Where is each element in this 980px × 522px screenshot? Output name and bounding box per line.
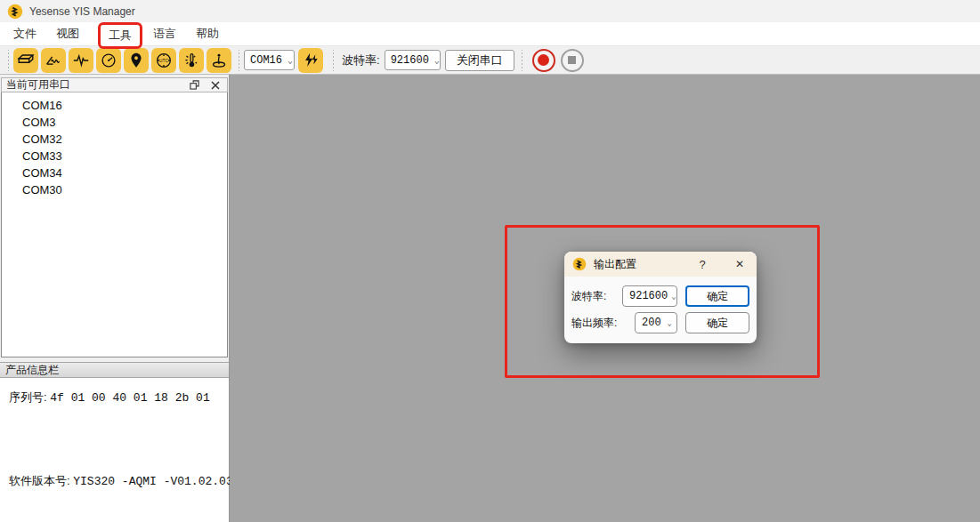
attitude-angle-button[interactable]: [41, 48, 66, 73]
close-serial-button[interactable]: 关闭串口: [445, 50, 514, 71]
port-list-item[interactable]: COM34: [2, 165, 227, 181]
temperature-button[interactable]: [179, 48, 204, 73]
port-list-item[interactable]: COM16: [2, 97, 227, 114]
gnss-button[interactable]: [124, 48, 149, 73]
menu-view[interactable]: 视图: [52, 23, 84, 44]
serial-number-value: 4f 01 00 40 01 18 2b 01: [50, 391, 209, 405]
baud-rate-select[interactable]: 921600 ⌄: [385, 50, 441, 70]
workspace: 输出配置 ? ✕ 波特率: 921600 ⌄ 确定 输出频率:: [230, 75, 980, 522]
confirm-rate-button[interactable]: 确定: [685, 312, 749, 333]
serial-number-row: 序列号: 4f 01 00 40 01 18 2b 01: [9, 389, 229, 406]
dialog-rate-value: 200: [642, 317, 661, 329]
chevron-down-icon: ⌄: [282, 55, 293, 66]
chevron-down-icon: ⌄: [668, 292, 676, 301]
app-logo-icon: [7, 4, 23, 20]
utc-time-button[interactable]: UTC: [151, 48, 176, 73]
output-rate-row: 输出频率: 200 ⌄ 确定: [571, 312, 749, 333]
close-panel-button[interactable]: [208, 79, 223, 92]
3d-box-icon: [16, 51, 36, 70]
refresh-ports-button[interactable]: [298, 48, 323, 73]
float-panel-button[interactable]: [187, 79, 201, 92]
baud-rate-value: 921600: [391, 54, 429, 67]
dialog-body: 波特率: 921600 ⌄ 确定 输出频率: 200 ⌄ 确定: [564, 277, 757, 343]
port-list: COM16 COM3 COM32 COM33 COM34 COM30: [1, 92, 228, 357]
port-list-item[interactable]: COM3: [2, 114, 227, 131]
gauge-button[interactable]: [96, 48, 121, 73]
double-lightning-icon: [301, 51, 320, 70]
dialog-rate-select[interactable]: 200 ⌄: [635, 312, 677, 333]
baud-rate-row: 波特率: 921600 ⌄ 确定: [571, 285, 749, 307]
product-info-body: 序列号: 4f 01 00 40 01 18 2b 01 软件版本号: YIS3…: [0, 378, 229, 522]
serial-number-label: 序列号:: [9, 390, 47, 404]
plumb-level-icon: [209, 51, 229, 70]
dialog-help-button[interactable]: ?: [694, 258, 710, 271]
toolbar-drag-handle[interactable]: [6, 50, 11, 71]
window-title: Yesense YIS Manager: [29, 5, 135, 18]
dialog-rate-label: 输出频率:: [571, 316, 617, 331]
toolbar-drag-handle[interactable]: [237, 50, 241, 71]
port-list-item[interactable]: COM30: [2, 181, 227, 198]
toolbar-drag-handle[interactable]: [520, 50, 524, 71]
level-button[interactable]: [207, 48, 231, 73]
pulse-waveform-icon: [71, 51, 91, 70]
baud-rate-label: 波特率:: [342, 52, 380, 68]
menu-file[interactable]: 文件: [9, 23, 41, 44]
output-config-dialog: 输出配置 ? ✕ 波特率: 921600 ⌄ 确定 输出频率:: [564, 252, 757, 343]
firmware-version-label: 软件版本号:: [9, 474, 70, 487]
stop-icon: [568, 56, 576, 64]
title-bar: Yesense YIS Manager: [0, 0, 980, 22]
serial-port-dock: 当前可用串口 COM16 COM3 COM32 COM33 COM34: [0, 75, 230, 522]
dialog-baud-label: 波特率:: [571, 289, 606, 304]
dialog-baud-select[interactable]: 921600 ⌄: [622, 285, 677, 307]
attitude-angle-wave-icon: [44, 51, 63, 70]
menu-bar: 文件 视图 工具 语言 帮助: [0, 22, 980, 46]
app-window: Yesense YIS Manager 文件 视图 工具 语言 帮助: [0, 0, 980, 522]
toolbar-drag-handle[interactable]: [331, 50, 336, 71]
waveform-button[interactable]: [69, 48, 93, 73]
gauge-icon: [99, 51, 118, 70]
confirm-baud-button[interactable]: 确定: [685, 285, 749, 307]
port-list-item[interactable]: COM33: [2, 148, 227, 165]
location-pin-icon: [126, 51, 146, 70]
dialog-title: 输出配置: [594, 257, 694, 272]
com-port-value: COM16: [250, 54, 282, 67]
com-port-select[interactable]: COM16 ⌄: [244, 50, 295, 70]
dialog-baud-value: 921600: [629, 290, 668, 302]
content-area: 当前可用串口 COM16 COM3 COM32 COM33 COM34: [0, 75, 980, 522]
dock-header: 当前可用串口: [1, 77, 228, 92]
chevron-down-icon: ⌄: [664, 318, 672, 328]
menu-help[interactable]: 帮助: [191, 23, 223, 44]
firmware-version-row: 软件版本号: YIS320 -AQMI -V01.02.03;: [9, 473, 229, 489]
dialog-close-button[interactable]: ✕: [732, 258, 748, 270]
menu-tools[interactable]: 工具: [98, 22, 142, 49]
menu-language[interactable]: 语言: [149, 23, 181, 44]
dock-title: 当前可用串口: [6, 77, 180, 92]
record-icon: [538, 54, 549, 66]
firmware-version-value: YIS320 -AQMI -V01.02.03;: [73, 475, 239, 488]
dialog-logo-icon: [572, 257, 587, 271]
stop-button[interactable]: [561, 49, 584, 72]
thermometer-icon: [182, 51, 201, 70]
product-info-header: 产品信息栏: [0, 362, 229, 378]
utc-clock-icon: UTC: [154, 51, 174, 70]
dialog-title-bar[interactable]: 输出配置 ? ✕: [564, 252, 757, 277]
chevron-down-icon: ⌄: [429, 55, 440, 66]
record-button[interactable]: [532, 49, 555, 72]
svg-text:UTC: UTC: [159, 58, 168, 62]
toolbar: UTC: [0, 46, 980, 75]
3d-box-button[interactable]: [13, 48, 38, 73]
port-list-item[interactable]: COM32: [2, 131, 227, 148]
